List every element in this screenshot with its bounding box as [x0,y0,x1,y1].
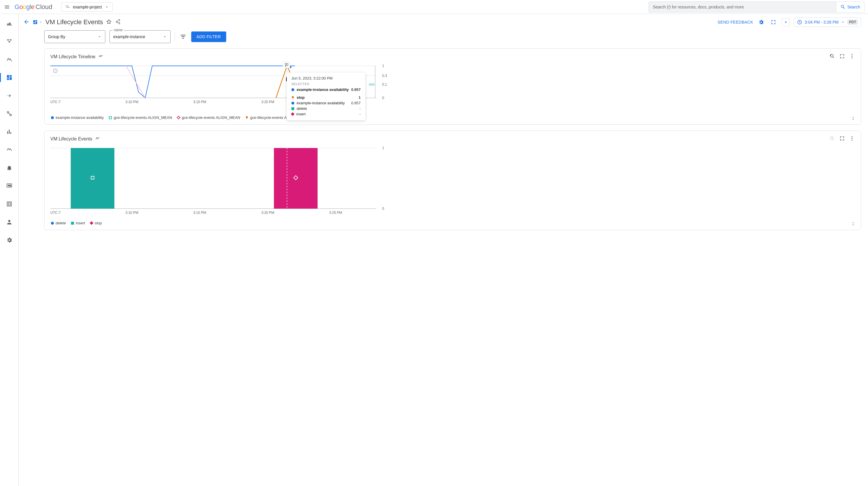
sparkline-icon[interactable] [98,54,104,60]
nav-explorer-icon[interactable] [3,54,15,65]
tooltip-row: insert - [291,111,361,117]
help-icon[interactable]: ? [53,68,58,74]
legend-item[interactable]: gce-lifecycle-events ALIGN_MEAN [177,115,240,120]
search-icon [840,4,845,10]
svg-point-2 [67,7,67,8]
chevron-down-icon [105,5,109,9]
svg-point-28 [851,54,852,55]
back-button[interactable] [23,19,30,26]
svg-rect-17 [7,184,12,187]
events-chart[interactable]: 1 0 UTC-7 3:10 PM 3:15 PM 3:20 PM 3:25 P… [50,145,855,218]
expand-legend-icon[interactable] [851,222,856,227]
timeline-chart[interactable]: ? 1 0.3 0.1 0 [50,63,855,112]
clock-icon [797,20,802,25]
zoom-reset-icon[interactable] [829,136,835,142]
nav-diagnostics-icon[interactable] [3,144,15,155]
svg-rect-40 [369,83,375,86]
fullscreen-button[interactable] [769,18,777,26]
zoom-reset-icon[interactable] [829,53,835,60]
timezone-badge: PDT [847,20,858,25]
time-prev-button[interactable] [781,18,790,26]
share-button[interactable] [115,19,121,26]
nav-permissions-icon[interactable] [3,216,15,228]
page-title: VM Lifecycle Events [45,18,103,26]
legend-item[interactable]: insert [71,221,85,225]
svg-point-52 [851,136,852,137]
svg-rect-23 [35,22,37,24]
page-header: VM Lifecycle Events SEND FEEDBACK 3:04 P… [19,14,868,29]
settings-button[interactable] [757,18,765,26]
fullscreen-chart-icon[interactable] [839,136,845,142]
nav-synthetic-icon[interactable] [3,198,15,210]
svg-rect-19 [8,203,10,205]
dashboard-picker[interactable] [33,20,42,25]
chevron-down-icon [841,20,845,24]
svg-text:0: 0 [382,96,384,100]
more-options-icon[interactable] [849,136,855,142]
nav-uptime-icon[interactable] [3,180,15,192]
svg-rect-4 [6,25,12,26]
sparkline-icon[interactable] [95,136,100,142]
svg-text:3:15 PM: 3:15 PM [193,100,206,104]
legend-item[interactable]: gce-lifecycle-events ALIGN_MEAN [109,115,172,120]
svg-point-0 [66,5,67,6]
timeline-legend: example-instance availability gce-lifecy… [50,112,855,120]
expand-legend-icon[interactable] [851,116,856,121]
svg-marker-7 [8,41,10,42]
svg-text:3:10 PM: 3:10 PM [125,100,138,104]
svg-point-3 [68,7,69,8]
send-feedback-button[interactable]: SEND FEEDBACK [717,20,753,25]
gcp-logo[interactable]: Google Cloud [14,3,52,11]
nav-monitoring-icon[interactable] [3,18,15,29]
top-bar: Google Cloud example-project Search (/) … [0,0,868,14]
groupby-dropdown[interactable]: Group By [44,30,105,43]
svg-rect-9 [9,75,11,77]
svg-text:0: 0 [382,207,384,211]
nav-services-icon[interactable] [3,90,15,102]
chevron-down-icon [163,35,167,39]
legend-item[interactable]: delete [51,221,66,225]
star-button[interactable] [106,19,112,26]
project-selector[interactable]: example-project [61,2,113,12]
nav-alerts-icon[interactable] [3,162,15,174]
fullscreen-chart-icon[interactable] [839,53,845,60]
svg-point-1 [67,5,68,6]
more-options-icon[interactable] [849,53,855,60]
search-placeholder: Search (/) for resources, docs, products… [653,5,744,9]
add-filter-button[interactable]: ADD FILTER [191,31,226,42]
nav-groups-icon[interactable] [3,35,15,47]
svg-text:3:15 PM: 3:15 PM [193,211,206,215]
chevron-down-icon [39,20,42,24]
svg-rect-66 [274,148,317,209]
search-button[interactable]: Search [836,1,865,12]
add-annotation-button[interactable] [283,62,290,68]
nav-slo-icon[interactable] [3,108,15,119]
hover-tooltip: Jun 5, 2023, 3:22:00 PM SELECTED example… [287,73,365,120]
nav-dashboards-icon[interactable] [3,72,15,83]
events-legend: delete insert stop [50,218,855,225]
svg-text:1: 1 [382,146,384,150]
dashboard-icon [33,20,38,25]
svg-text:0.3: 0.3 [382,74,387,78]
svg-rect-21 [33,20,35,23]
svg-marker-6 [9,39,12,41]
filter-row: Group By name example-instance ADD FILTE… [19,29,868,48]
nav-settings-icon[interactable] [3,234,15,246]
filter-list-icon[interactable] [179,33,187,41]
legend-item[interactable]: example-instance availability [51,115,104,120]
time-range-selector[interactable]: 3:04 PM - 3:28 PM PDT [794,18,861,27]
svg-point-30 [851,57,852,58]
tooltip-row: example-instance availability 0.957 [291,87,361,92]
svg-text:UTC-7: UTC-7 [50,211,61,215]
svg-point-29 [851,56,852,57]
svg-rect-24 [33,23,35,24]
name-filter-dropdown[interactable]: name example-instance [110,30,170,43]
search-input[interactable]: Search (/) for resources, docs, products… [649,1,836,12]
legend-item[interactable]: stop [90,221,102,225]
menu-icon[interactable] [3,3,10,10]
svg-text:0.1: 0.1 [382,82,387,87]
svg-rect-10 [9,77,11,80]
nav-metrics-icon[interactable] [3,126,15,138]
svg-rect-11 [7,78,9,80]
svg-text:3:20 PM: 3:20 PM [261,211,275,215]
